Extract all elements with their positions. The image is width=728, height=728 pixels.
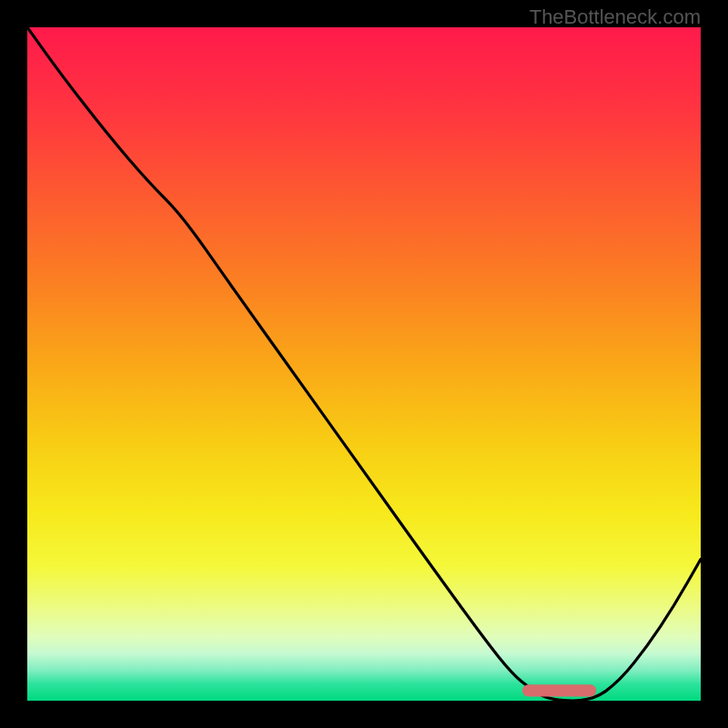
optimal-marker [522,684,596,696]
watermark-text: TheBottleneck.com [530,5,701,29]
plot-area [27,27,701,701]
gradient-background [27,27,701,701]
chart-frame: TheBottleneck.com [0,0,728,728]
bottleneck-chart [27,27,701,701]
